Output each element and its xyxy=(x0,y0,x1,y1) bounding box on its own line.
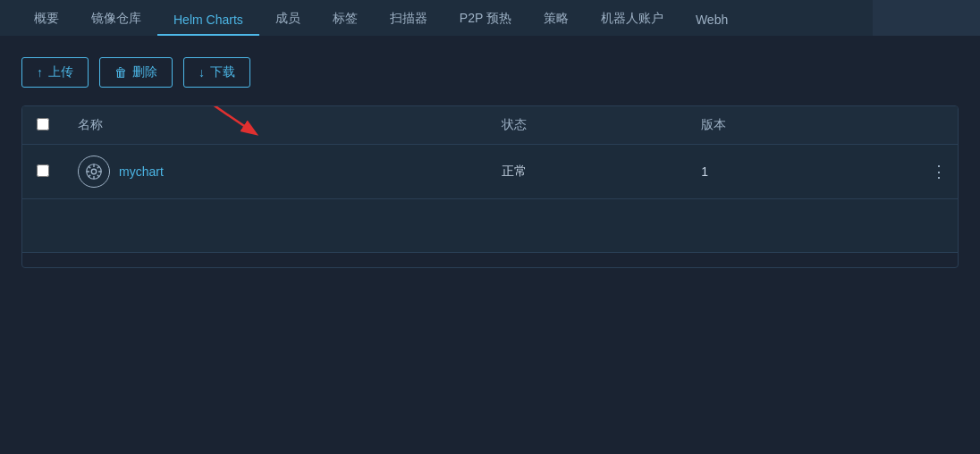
header-version: 版本 xyxy=(687,106,886,145)
tab-helm-charts[interactable]: Helm Charts xyxy=(157,5,259,36)
tab-p2p[interactable]: P2P 预热 xyxy=(444,4,528,36)
top-bar-right-panel xyxy=(873,0,980,36)
tab-navigation: 概要 镜像仓库 Helm Charts 成员 标签 扫描器 P2 xyxy=(18,4,744,36)
header-status: 状态 xyxy=(487,106,687,145)
select-all-checkbox[interactable] xyxy=(37,118,49,130)
chart-name-link[interactable]: mychart xyxy=(119,164,164,179)
tab-scanner[interactable]: 扫描器 xyxy=(374,4,444,36)
main-content: ↑ 上传 🗑 删除 ↓ 下载 xyxy=(0,36,980,268)
tab-webhook[interactable]: Webh xyxy=(680,5,744,36)
tab-overview[interactable]: 概要 xyxy=(18,4,75,36)
download-icon: ↓ xyxy=(199,65,205,80)
helm-svg xyxy=(84,162,104,181)
table-header-row: 名称 状态 版本 xyxy=(22,106,958,145)
row-checkbox[interactable] xyxy=(37,164,49,177)
row-action-icon: ⋮ xyxy=(931,163,947,181)
app-container: 概要 镜像仓库 Helm Charts 成员 标签 扫描器 P2 xyxy=(0,0,980,268)
svg-line-7 xyxy=(97,175,99,177)
tab-registry[interactable]: 镜像仓库 xyxy=(75,4,157,36)
delete-button[interactable]: 🗑 删除 xyxy=(99,57,173,88)
delete-icon: 🗑 xyxy=(114,65,127,80)
row-checkbox-cell xyxy=(22,145,63,199)
table-row: mychart 正常 1 ⋮ xyxy=(22,145,958,199)
header-name: 名称 xyxy=(63,106,487,145)
row-status-cell: 正常 xyxy=(487,145,687,199)
row-version-cell: 1 xyxy=(687,145,886,199)
helm-logo-icon xyxy=(78,156,110,188)
chart-name-content: mychart xyxy=(78,156,473,188)
nav-bar: 概要 镜像仓库 Helm Charts 成员 标签 扫描器 P2 xyxy=(0,0,980,36)
tab-members[interactable]: 成员 xyxy=(259,4,317,36)
row-name-cell: mychart xyxy=(63,145,487,199)
svg-line-6 xyxy=(89,166,90,168)
helm-charts-table: 名称 状态 版本 xyxy=(22,106,958,253)
upload-button[interactable]: ↑ 上传 xyxy=(21,57,89,88)
row-actions-cell: ⋮ xyxy=(886,145,958,199)
table-wrapper: 名称 状态 版本 xyxy=(22,106,958,267)
action-toolbar: ↑ 上传 🗑 删除 ↓ 下载 xyxy=(21,57,959,88)
svg-point-0 xyxy=(91,169,97,174)
empty-row xyxy=(22,199,958,253)
upload-icon: ↑ xyxy=(37,65,43,80)
tab-robot[interactable]: 机器人账户 xyxy=(585,4,680,36)
empty-cell xyxy=(22,199,958,253)
tab-tags[interactable]: 标签 xyxy=(317,4,374,36)
download-button[interactable]: ↓ 下载 xyxy=(183,57,250,88)
header-actions xyxy=(886,106,958,145)
tab-policy[interactable]: 策略 xyxy=(528,4,585,36)
svg-line-9 xyxy=(89,175,90,177)
tab-list: 概要 镜像仓库 Helm Charts 成员 标签 扫描器 P2 xyxy=(18,4,744,36)
svg-line-8 xyxy=(97,166,99,168)
header-checkbox-cell xyxy=(22,106,63,145)
helm-charts-table-container: 名称 状态 版本 xyxy=(21,105,959,268)
